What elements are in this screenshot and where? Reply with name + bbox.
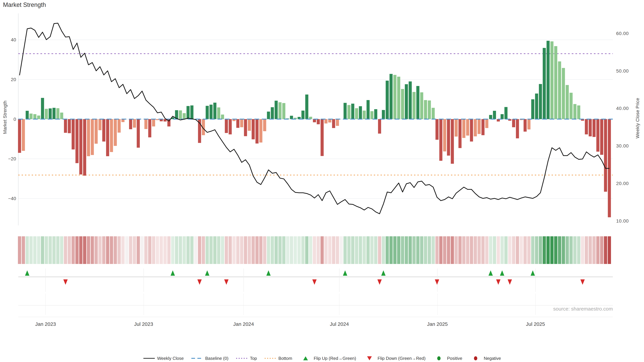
strength-bar bbox=[313, 119, 316, 122]
heatmap-cell bbox=[458, 236, 462, 264]
strength-bar bbox=[33, 114, 36, 119]
line-swatch-icon bbox=[143, 356, 155, 361]
heatmap-cell bbox=[171, 236, 174, 264]
strength-bar bbox=[278, 102, 282, 119]
heatmap-cell bbox=[390, 236, 392, 264]
flip-down-icon bbox=[435, 279, 439, 285]
heatmap-cell bbox=[98, 236, 102, 264]
strength-bar bbox=[225, 119, 228, 133]
strength-bar bbox=[405, 84, 408, 119]
heatmap-cell bbox=[18, 236, 21, 264]
strength-bar bbox=[359, 106, 362, 119]
heatmap-cell bbox=[125, 236, 128, 264]
strength-bar bbox=[546, 41, 550, 119]
right-tick-label: 50.00 bbox=[616, 68, 629, 73]
heatmap-cell bbox=[558, 236, 561, 264]
flip-up-icon bbox=[531, 270, 535, 276]
heatmap-cell bbox=[589, 236, 592, 264]
legend-label: Weekly Close bbox=[157, 356, 184, 361]
strength-bar bbox=[290, 116, 293, 119]
strength-bar bbox=[271, 107, 274, 119]
heatmap-cell bbox=[489, 236, 492, 264]
heatmap-cell bbox=[286, 236, 289, 264]
heatmap-cell bbox=[577, 236, 580, 264]
strength-bar bbox=[500, 114, 504, 119]
heatmap-cell bbox=[137, 236, 140, 264]
strength-bar bbox=[524, 119, 526, 132]
heatmap-cell bbox=[451, 236, 454, 264]
heatmap-cell bbox=[600, 236, 603, 264]
heatmap-cell bbox=[516, 236, 519, 264]
strength-bar bbox=[443, 119, 446, 151]
strength-bar bbox=[137, 119, 140, 148]
flip-up-icon bbox=[500, 270, 504, 276]
strength-bar bbox=[539, 84, 542, 119]
heatmap-cell bbox=[470, 236, 473, 264]
flip-down-icon bbox=[496, 279, 500, 285]
heatmap-cell bbox=[420, 236, 423, 264]
heatmap-cell bbox=[401, 236, 404, 264]
heatmap-cell bbox=[478, 236, 481, 264]
strength-bar bbox=[244, 119, 247, 136]
strength-bar bbox=[570, 93, 572, 119]
heatmap-cell bbox=[232, 236, 236, 264]
heatmap-cell bbox=[37, 236, 40, 264]
x-tick-label: Jul 2023 bbox=[134, 321, 153, 327]
strength-bar bbox=[60, 113, 63, 119]
strength-bar bbox=[221, 115, 224, 119]
strength-bar bbox=[493, 111, 496, 119]
strength-bar bbox=[436, 119, 438, 140]
heatmap-cell bbox=[408, 236, 412, 264]
x-tick-label: Jan 2025 bbox=[427, 321, 448, 327]
strength-bar bbox=[344, 103, 347, 119]
heatmap-cell bbox=[263, 236, 266, 264]
heatmap-cell bbox=[393, 236, 396, 264]
strength-bar bbox=[374, 109, 377, 119]
legend-label: Flip Down (Green→Red) bbox=[378, 356, 426, 361]
heatmap-cell bbox=[144, 236, 148, 264]
strength-bar bbox=[409, 81, 412, 119]
heatmap-cell bbox=[91, 236, 94, 264]
flip-down-icon bbox=[377, 279, 382, 285]
heatmap-cell bbox=[259, 236, 262, 264]
heatmap-cell bbox=[64, 236, 67, 264]
flip-down-icon bbox=[312, 279, 317, 285]
heatmap-cell bbox=[485, 236, 488, 264]
heatmap-cell bbox=[282, 236, 286, 264]
strength-bar bbox=[592, 119, 596, 137]
heatmap-cell bbox=[305, 236, 308, 264]
heatmap-cell bbox=[190, 236, 193, 264]
heatmap-cell bbox=[106, 236, 109, 264]
strength-bar bbox=[148, 119, 151, 137]
dotted-swatch-icon bbox=[236, 356, 248, 361]
heatmap-cell bbox=[68, 236, 71, 264]
x-tick-label: Jul 2024 bbox=[330, 321, 349, 327]
strength-bar bbox=[45, 109, 48, 119]
left-tick-label: 0 bbox=[14, 117, 16, 122]
strength-bar bbox=[87, 119, 90, 156]
strength-bar bbox=[516, 119, 519, 138]
strength-bar bbox=[482, 119, 484, 135]
heatmap-cell bbox=[531, 236, 534, 264]
strength-bar bbox=[91, 119, 94, 155]
strength-bar bbox=[248, 119, 251, 131]
strength-bar bbox=[190, 105, 193, 119]
strength-bar bbox=[355, 108, 358, 119]
legend-item-bottom: Bottom bbox=[264, 356, 292, 361]
heatmap-cell bbox=[573, 236, 576, 264]
heatmap-cell bbox=[581, 236, 584, 264]
strength-bar bbox=[282, 103, 285, 119]
strength-bar bbox=[462, 119, 465, 138]
heatmap-strip bbox=[18, 236, 611, 264]
heatmap-cell bbox=[328, 236, 332, 264]
heatmap-cell bbox=[267, 236, 270, 264]
heatmap-cell bbox=[94, 236, 98, 264]
strength-bar bbox=[240, 119, 243, 127]
strength-bar bbox=[577, 105, 580, 119]
strength-bar bbox=[512, 119, 515, 127]
strength-bar bbox=[76, 119, 78, 163]
heatmap-cell bbox=[524, 236, 526, 264]
heatmap-cell bbox=[359, 236, 362, 264]
heatmap-cell bbox=[386, 236, 389, 264]
panel-frames bbox=[18, 269, 613, 317]
